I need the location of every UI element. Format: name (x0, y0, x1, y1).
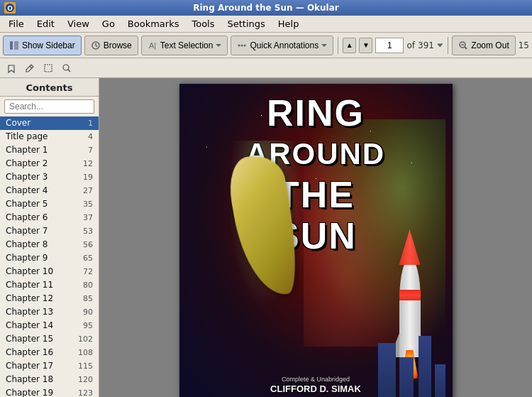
text-selection-icon: A| (148, 40, 157, 50)
toc-item-label: Chapter 8 (6, 239, 48, 251)
toc-item-page: 7 (88, 144, 93, 156)
toc-item[interactable]: Chapter 1390 (0, 305, 99, 319)
toc-item-label: Chapter 16 (6, 347, 53, 359)
page-of-label: of (406, 40, 415, 50)
toc-item-label: Chapter 5 (6, 198, 48, 210)
toc-item-page: 35 (83, 198, 93, 210)
toc-item[interactable]: Chapter 15102 (0, 332, 99, 346)
toc-item[interactable]: Chapter 17 (0, 143, 99, 157)
svg-line-6 (96, 45, 97, 47)
page-down-button[interactable]: ▼ (359, 38, 372, 53)
toc-item[interactable]: Chapter 319 (0, 170, 99, 184)
menu-bookmarks[interactable]: Bookmarks (122, 17, 185, 31)
menu-go[interactable]: Go (96, 17, 121, 31)
toc-item-label: Chapter 1 (6, 144, 48, 156)
dropdown-arrow-icon (216, 43, 221, 48)
toc-item[interactable]: Chapter 17115 (0, 359, 99, 373)
rocket-stripe (399, 290, 421, 300)
menu-settings[interactable]: Settings (222, 17, 271, 31)
svg-marker-12 (321, 44, 327, 47)
toc-item[interactable]: Chapter 965 (0, 251, 99, 265)
tool-browse-btn[interactable] (3, 60, 20, 77)
tool-annotate-btn[interactable] (21, 60, 38, 77)
toc-item[interactable]: Chapter 427 (0, 184, 99, 197)
tools-toolbar (0, 58, 532, 78)
svg-line-16 (465, 47, 467, 49)
toc-item[interactable]: Chapter 212 (0, 157, 99, 170)
title-bar: O Ring Around the Sun — Okular (0, 0, 532, 16)
magnify-icon (61, 62, 72, 74)
menu-file[interactable]: File (3, 17, 30, 31)
toc-item-label: Chapter 4 (6, 185, 48, 197)
svg-marker-8 (216, 44, 221, 47)
toc-item[interactable]: Chapter 856 (0, 238, 99, 251)
toc-search-input[interactable] (4, 99, 94, 114)
annotations-icon (237, 40, 247, 50)
tool-magnify-btn[interactable] (58, 60, 75, 77)
content-area[interactable]: RING AROUND THE SUN (99, 78, 532, 397)
toc-item-page: 19 (83, 171, 93, 183)
menu-tools[interactable]: Tools (186, 17, 220, 31)
app-icon: O (4, 2, 16, 13)
toc-item-label: Chapter 17 (6, 360, 53, 372)
browse-tool-icon (6, 62, 17, 74)
svg-rect-3 (14, 41, 18, 50)
toc-item-page: 102 (78, 333, 93, 345)
toc-item[interactable]: Cover1 (0, 116, 99, 130)
svg-point-11 (244, 44, 246, 46)
toc-item[interactable]: Chapter 753 (0, 224, 99, 238)
toolbar-divider-2 (448, 37, 448, 54)
sidebar-icon (9, 40, 19, 50)
cover-subtitle: Complete & Unabridged (179, 376, 453, 383)
zoom-out-icon (458, 40, 468, 50)
svg-point-9 (241, 44, 243, 46)
toc-item[interactable]: Chapter 18120 (0, 373, 99, 386)
tool-select-btn[interactable] (40, 60, 57, 77)
toc-item-page: 56 (83, 239, 93, 251)
window-title: Ring Around the Sun — Okular (193, 3, 339, 13)
sidebar-title: Contents (0, 78, 99, 97)
toc-item[interactable]: Chapter 637 (0, 211, 99, 224)
toc-item-label: Chapter 7 (6, 225, 48, 237)
cover-author: CLIFFORD D. SIMAK (179, 384, 453, 394)
text-selection-button[interactable]: A| Text Selection (141, 36, 228, 55)
toc-item-label: Chapter 2 (6, 158, 48, 170)
menu-help[interactable]: Help (272, 17, 305, 31)
toc-item-page: 115 (78, 360, 93, 372)
page-number-input[interactable] (375, 38, 404, 53)
main-area: Contents Cover1Title page4Chapter 17Chap… (0, 78, 532, 397)
toc-item[interactable]: Chapter 1072 (0, 265, 99, 278)
toc-item-page: 27 (83, 185, 93, 197)
cover-figure (222, 141, 307, 325)
svg-point-10 (238, 44, 240, 46)
svg-text:O: O (7, 5, 13, 12)
toc-item[interactable]: Chapter 1180 (0, 278, 99, 292)
pages-dropdown-icon (437, 42, 443, 49)
menu-view[interactable]: View (62, 17, 95, 31)
toc-item-page: 1 (88, 117, 93, 129)
select-icon (43, 62, 54, 74)
toc-item[interactable]: Chapter 1285 (0, 292, 99, 305)
svg-rect-2 (10, 41, 13, 50)
svg-line-17 (30, 66, 32, 68)
toc-item[interactable]: Chapter 16108 (0, 346, 99, 359)
toc-item[interactable]: Title page4 (0, 130, 99, 143)
toc-item[interactable]: Chapter 535 (0, 197, 99, 211)
toc-item[interactable]: Chapter 19123 (0, 386, 99, 397)
toc-item-label: Chapter 9 (6, 252, 48, 264)
menu-bar: File Edit View Go Bookmarks Tools Settin… (0, 16, 532, 33)
quick-annotations-button[interactable]: Quick Annotations (231, 36, 333, 55)
toc-item-label: Chapter 14 (6, 320, 53, 332)
toc-item-page: 72 (83, 266, 93, 278)
svg-rect-18 (45, 65, 52, 72)
show-sidebar-button[interactable]: Show Sidebar (3, 36, 82, 55)
browse-button[interactable]: Browse (84, 36, 138, 55)
toc-item-label: Chapter 11 (6, 279, 53, 291)
toc-item-page: 80 (83, 279, 93, 291)
toc-item-page: 53 (83, 225, 93, 237)
toc-item[interactable]: Chapter 1495 (0, 319, 99, 332)
toc-item-label: Chapter 15 (6, 333, 53, 345)
menu-edit[interactable]: Edit (31, 17, 60, 31)
zoom-out-button[interactable]: Zoom Out (452, 36, 515, 55)
page-up-button[interactable]: ▲ (343, 38, 356, 53)
